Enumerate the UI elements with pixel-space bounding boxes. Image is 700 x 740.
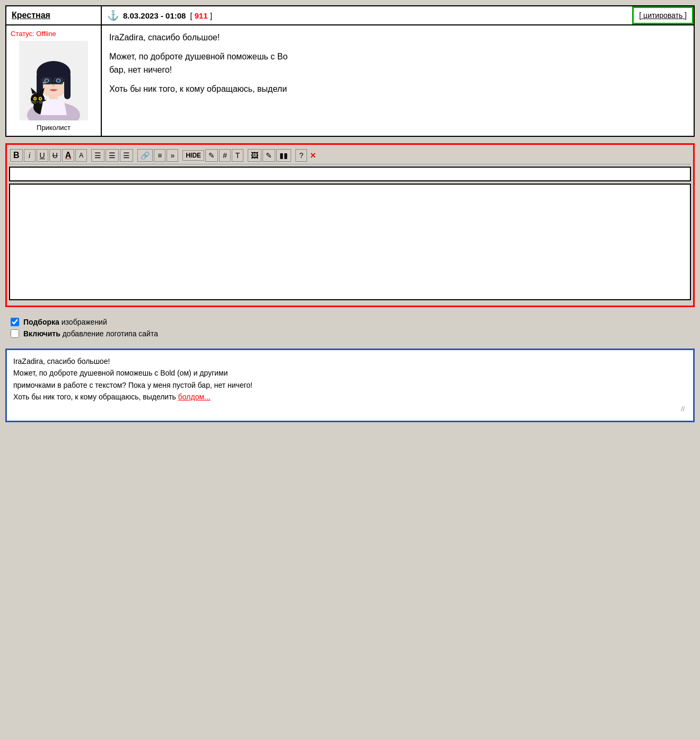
- resize-handle: //: [13, 403, 687, 415]
- quote-line2: Может, по доброте душевной поможешь с Bo…: [13, 367, 687, 379]
- bold-button[interactable]: B: [10, 149, 23, 162]
- font-size-icon: A: [79, 152, 83, 159]
- image-button[interactable]: 🖼: [248, 149, 261, 162]
- avatar: [19, 41, 88, 120]
- font-color-button[interactable]: A: [62, 149, 75, 162]
- post-username[interactable]: Крестная: [12, 11, 50, 20]
- post-body-row: Статус: Offline: [6, 25, 694, 136]
- close-button[interactable]: ×: [308, 150, 318, 161]
- logo-checkbox-row: Включить добавление логотипа сайта: [11, 329, 689, 338]
- list-button[interactable]: ≡: [154, 149, 165, 162]
- editor-textarea-row: [9, 184, 691, 300]
- post-number: [ 911 ]: [190, 11, 212, 20]
- editor-container: B i U U A A ☰ ☰ ☰ 🔗 ≡ » HIDE ✎ # T �: [5, 143, 695, 307]
- font-color-icon: A: [65, 151, 72, 160]
- quote-line1: IraZadira, спасибо большое!: [13, 355, 687, 367]
- separator-2: [134, 150, 136, 161]
- separator-5: [292, 150, 294, 161]
- brush-button[interactable]: ✎: [262, 149, 275, 162]
- post-card: Крестная ⚓ 8.03.2023 - 01:08 [ 911 ] [ ц…: [5, 5, 695, 137]
- underline-button[interactable]: U: [37, 149, 48, 162]
- list-icon: ≡: [158, 151, 162, 160]
- editor-input-row: [9, 167, 691, 181]
- more-icon: »: [170, 151, 174, 160]
- svg-point-16: [52, 85, 55, 87]
- svg-point-15: [57, 80, 60, 82]
- video-icon: ▮▮: [279, 151, 288, 160]
- more-button[interactable]: »: [167, 149, 178, 162]
- svg-point-24: [40, 98, 41, 100]
- image-icon: 🖼: [251, 151, 258, 160]
- link-icon: 🔗: [141, 151, 150, 160]
- hash-button[interactable]: #: [219, 149, 231, 162]
- edit-icon: ✎: [208, 151, 215, 160]
- separator-4: [244, 150, 247, 161]
- align-left-button[interactable]: ☰: [91, 149, 104, 162]
- help-icon: ?: [299, 151, 303, 160]
- italic-button[interactable]: i: [24, 149, 36, 162]
- post-date: 8.03.2023 - 01:08: [123, 11, 186, 20]
- images-checkbox-row: Подборка изображений: [11, 318, 689, 326]
- quote-bold-link[interactable]: болдом...: [178, 393, 211, 401]
- edit-button[interactable]: ✎: [205, 149, 218, 162]
- post-rank: Приколист: [37, 124, 71, 132]
- help-button[interactable]: ?: [295, 149, 307, 162]
- editor-textarea[interactable]: [10, 185, 690, 299]
- quote-line3: примочками в работе с текстом? Пока у ме…: [13, 379, 687, 391]
- video-button[interactable]: ▮▮: [276, 149, 291, 162]
- content-line4: Хоть бы ник того, к кому обращаюсь, выде…: [109, 82, 686, 96]
- anchor-icon: ⚓: [107, 10, 119, 21]
- post-username-cell: Крестная: [6, 6, 102, 24]
- logo-checkbox-label[interactable]: Включить добавление логотипа сайта: [23, 329, 158, 338]
- editor-toolbar: B i U U A A ☰ ☰ ☰ 🔗 ≡ » HIDE ✎ # T �: [9, 147, 691, 164]
- link-button[interactable]: 🔗: [137, 149, 153, 162]
- text-button[interactable]: T: [232, 149, 243, 162]
- images-checkbox[interactable]: [11, 318, 19, 326]
- font-size-button[interactable]: A: [75, 149, 87, 162]
- content-line2: Может, по доброте душевной поможешь с Во…: [109, 50, 686, 77]
- svg-point-18: [31, 93, 45, 106]
- post-status: Статус: Offline: [11, 30, 56, 38]
- separator-1: [88, 150, 90, 161]
- editor-input[interactable]: [10, 168, 690, 180]
- cite-link[interactable]: [ цитировать ]: [639, 11, 687, 20]
- strikethrough-button[interactable]: U: [49, 149, 61, 162]
- hide-button[interactable]: HIDE: [182, 150, 204, 161]
- content-line1: IraZadira, спасибо большое!: [109, 31, 686, 45]
- logo-checkbox[interactable]: [11, 329, 19, 338]
- quote-box: IraZadira, спасибо большое! Может, по до…: [5, 349, 695, 422]
- svg-rect-6: [64, 73, 71, 99]
- checkboxes-section: Подборка изображений Включить добавление…: [5, 314, 695, 342]
- avatar-image: [19, 41, 88, 120]
- post-cite-cell[interactable]: [ цитировать ]: [632, 6, 694, 24]
- align-right-button[interactable]: ☰: [120, 149, 133, 162]
- quote-line4: Хоть бы ник того, к кому обращаюсь, выде…: [13, 391, 687, 403]
- svg-point-23: [34, 98, 36, 100]
- svg-line-11: [63, 80, 65, 80]
- post-header: Крестная ⚓ 8.03.2023 - 01:08 [ 911 ] [ ц…: [6, 6, 694, 25]
- post-content: IraZadira, спасибо большое! Может, по до…: [102, 25, 694, 136]
- separator-3: [179, 150, 181, 161]
- post-meta-cell: ⚓ 8.03.2023 - 01:08 [ 911 ]: [102, 6, 632, 24]
- images-checkbox-label[interactable]: Подборка изображений: [23, 318, 107, 326]
- post-user-info: Статус: Offline: [6, 25, 102, 136]
- brush-icon: ✎: [266, 151, 272, 160]
- svg-point-14: [46, 80, 48, 82]
- align-center-button[interactable]: ☰: [106, 149, 119, 162]
- svg-line-10: [40, 80, 42, 80]
